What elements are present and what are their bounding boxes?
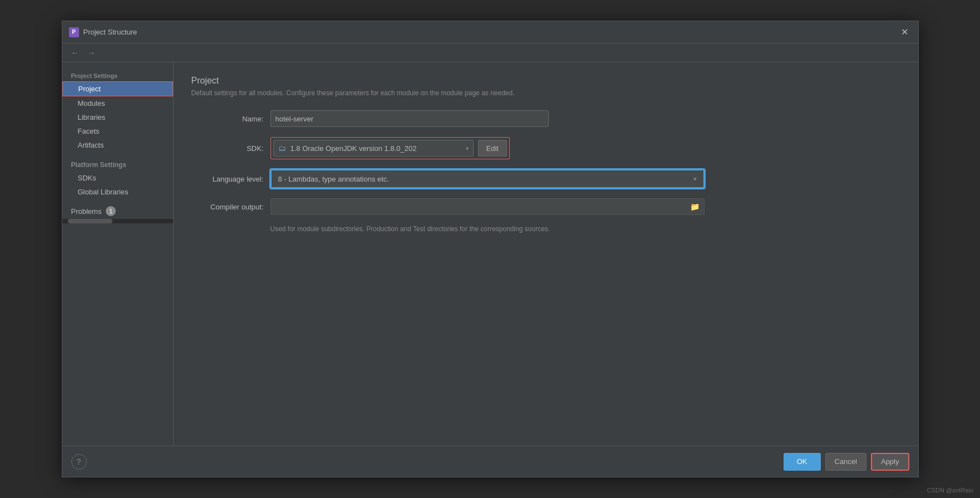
problems-label: Problems xyxy=(71,207,102,216)
dialog-title: Project Structure xyxy=(83,28,137,36)
main-content-area: Project Settings Project Modules Librari… xyxy=(62,62,918,446)
problems-badge: 1 xyxy=(106,206,116,216)
project-settings-label: Project Settings xyxy=(62,69,173,81)
sidebar-item-facets[interactable]: Facets xyxy=(62,124,173,138)
name-row: Name: xyxy=(191,110,900,127)
sidebar-scrollbar-thumb[interactable] xyxy=(68,219,112,223)
watermark: CSDN @antRain xyxy=(927,487,973,494)
language-level-label: Language level: xyxy=(191,175,264,183)
sdk-label: SDK: xyxy=(191,144,264,153)
main-panel: Project Default settings for all modules… xyxy=(174,62,918,446)
cancel-button[interactable]: Cancel xyxy=(825,453,866,471)
sidebar-item-artifacts[interactable]: Artifacts xyxy=(62,138,173,152)
app-icon: P xyxy=(69,27,79,37)
close-button[interactable]: ✕ xyxy=(898,26,912,39)
bottom-right-buttons: OK Cancel Apply xyxy=(784,453,909,471)
sdk-dropdown[interactable]: 🗂 1.8 Oracle OpenJDK version 1.8.0_202 ▾ xyxy=(273,140,474,157)
sdk-edit-button[interactable]: Edit xyxy=(478,140,507,157)
sidebar-item-sdks[interactable]: SDKs xyxy=(62,171,173,185)
name-label: Name: xyxy=(191,115,264,123)
name-input[interactable] xyxy=(270,110,549,127)
compiler-output-input[interactable]: 📁 xyxy=(270,198,705,215)
language-level-row: Language level: 8 - Lambdas, type annota… xyxy=(191,169,900,188)
project-structure-dialog: P Project Structure ✕ ← → Project Settin… xyxy=(62,21,919,477)
title-bar-left: P Project Structure xyxy=(69,27,137,37)
page-description: Default settings for all modules. Config… xyxy=(191,89,900,97)
nav-bar: ← → xyxy=(62,43,918,62)
sidebar-item-libraries[interactable]: Libraries xyxy=(62,110,173,124)
platform-settings-label: Platform Settings xyxy=(62,157,173,171)
sdk-row: SDK: 🗂 1.8 Oracle OpenJDK version 1.8.0_… xyxy=(191,137,900,159)
help-button[interactable]: ? xyxy=(71,454,87,470)
sidebar-item-modules[interactable]: Modules xyxy=(62,96,173,110)
sdk-value: 1.8 Oracle OpenJDK version 1.8.0_202 xyxy=(290,144,417,153)
bottom-bar: ? OK Cancel Apply xyxy=(62,446,918,477)
sidebar-item-problems[interactable]: Problems 1 xyxy=(62,203,173,219)
page-title: Project xyxy=(191,76,900,86)
ok-button[interactable]: OK xyxy=(784,453,821,471)
sdk-folder-icon: 🗂 xyxy=(278,144,286,153)
compiler-folder-icon[interactable]: 📁 xyxy=(690,202,700,211)
compiler-help-text: Used for module subdirectories, Producti… xyxy=(270,225,900,233)
apply-button[interactable]: Apply xyxy=(871,453,909,471)
language-level-dropdown[interactable]: 8 - Lambdas, type annotations etc. ▾ xyxy=(270,169,705,188)
sidebar-item-project[interactable]: Project xyxy=(62,81,173,96)
sdk-selector-group: 🗂 1.8 Oracle OpenJDK version 1.8.0_202 ▾… xyxy=(270,137,510,159)
title-bar: P Project Structure ✕ xyxy=(62,21,918,43)
sidebar-scrollbar[interactable] xyxy=(62,219,173,223)
forward-button[interactable]: → xyxy=(86,47,98,58)
language-dropdown-arrow: ▾ xyxy=(693,175,697,183)
compiler-output-label: Compiler output: xyxy=(191,203,264,211)
sidebar-item-global-libraries[interactable]: Global Libraries xyxy=(62,185,173,199)
compiler-output-row: Compiler output: 📁 xyxy=(191,198,900,215)
sdk-dropdown-arrow: ▾ xyxy=(466,145,469,152)
back-button[interactable]: ← xyxy=(69,47,81,58)
language-level-value: 8 - Lambdas, type annotations etc. xyxy=(278,175,389,183)
sidebar: Project Settings Project Modules Librari… xyxy=(62,62,174,446)
